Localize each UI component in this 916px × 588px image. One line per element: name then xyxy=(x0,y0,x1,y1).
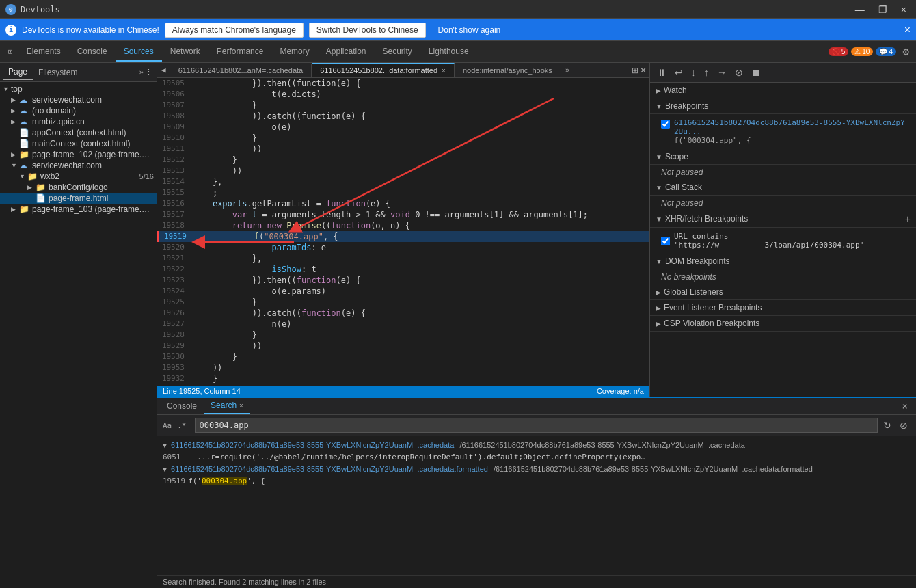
close-button[interactable]: × xyxy=(897,3,911,16)
tab-network[interactable]: Network xyxy=(162,42,208,62)
editor-tab-1[interactable]: 61166152451b802...anM=.cachedata xyxy=(170,64,312,77)
case-sensitive-option[interactable]: Aa xyxy=(163,421,172,430)
code-line: 19514 }, xyxy=(157,176,649,187)
csp-violation-header[interactable]: ▶ CSP Violation Breakpoints xyxy=(650,316,916,332)
xhr-add-button[interactable]: + xyxy=(905,213,911,224)
tab-filesystem[interactable]: Filesystem xyxy=(33,65,83,80)
global-listeners-header[interactable]: ▶ Global Listeners xyxy=(650,284,916,300)
xhr-section-header[interactable]: ▼ XHR/fetch Breakpoints + xyxy=(650,211,916,228)
tree-item-maincontext[interactable]: ▶ 📄 mainContext (context.html) xyxy=(0,138,157,149)
expand-arrow: ▼ xyxy=(3,85,11,92)
search-input[interactable] xyxy=(195,418,878,433)
breakpoints-label: Breakpoints xyxy=(665,101,708,111)
pause-button[interactable]: ⏸ xyxy=(654,66,669,79)
code-line: 19953 )) xyxy=(157,362,649,373)
editor-close-button[interactable]: ✕ xyxy=(640,66,647,75)
step-over-button[interactable]: ↩ xyxy=(672,66,686,79)
tree-item-wxb2[interactable]: ▼ 📁 wxb2 5/16 xyxy=(0,171,157,182)
tab-application[interactable]: Application xyxy=(318,42,375,62)
tab-sources[interactable]: Sources xyxy=(116,42,162,62)
tree-item-pageframe102[interactable]: ▶ 📁 page-frame_102 (page-frame.ht… xyxy=(0,149,157,160)
bottom-panel-close[interactable]: × xyxy=(897,399,913,413)
search-tab-close[interactable]: × xyxy=(239,402,243,410)
step-into-button[interactable]: ↓ xyxy=(688,66,699,79)
search-result-line-1[interactable]: 6051 ...r=require('../@babel/runtime/hel… xyxy=(157,451,916,463)
tab-memory[interactable]: Memory xyxy=(271,42,317,62)
tab-elements[interactable]: Elements xyxy=(18,42,69,62)
callstack-not-paused: Not paused xyxy=(650,196,916,211)
code-line: 19528 } xyxy=(157,330,649,340)
tree-item-bankconfig[interactable]: ▶ 📁 bankConfig/logo xyxy=(0,182,157,193)
code-line: 19509 o(e) xyxy=(157,122,649,133)
code-line: 19516 exports.getParamList = function(e)… xyxy=(157,198,649,209)
tree-item-top[interactable]: ▼ top xyxy=(0,83,157,94)
tab-lighthouse[interactable]: Lighthouse xyxy=(420,42,477,62)
file-tree: ▼ top ▶ ☁ servicewechat.com ▶ ☁ (no doma… xyxy=(0,82,157,588)
maximize-button[interactable]: ❐ xyxy=(874,3,891,16)
dont-show-again-button[interactable]: Don't show again xyxy=(431,23,508,37)
tree-item-servicewechat2[interactable]: ▼ ☁ servicewechat.com xyxy=(0,160,157,171)
code-line: 19515 ; xyxy=(157,187,649,198)
tree-item-nodomain[interactable]: ▶ ☁ (no domain) xyxy=(0,105,157,116)
minimize-button[interactable]: — xyxy=(851,3,869,16)
code-line: 19524 o(e.params) xyxy=(157,286,649,297)
step-button[interactable]: → xyxy=(714,66,729,79)
breakpoints-section-header[interactable]: ▼ Breakpoints xyxy=(650,98,916,114)
line-column-status: Line 19525, Column 14 xyxy=(163,387,241,395)
watch-arrow: ▶ xyxy=(656,87,661,94)
always-match-language-button[interactable]: Always match Chrome's language xyxy=(165,23,304,38)
window-title: Devtools xyxy=(21,5,60,14)
tab-page[interactable]: Page xyxy=(3,64,33,80)
editor-nav-back[interactable]: ◀ xyxy=(157,63,170,77)
tab-search[interactable]: Search × xyxy=(204,398,250,414)
inspect-icon[interactable]: ⊡ xyxy=(3,44,18,59)
tree-item-servicewechat1[interactable]: ▶ ☁ servicewechat.com xyxy=(0,94,157,105)
scope-section-header[interactable]: ▼ Scope xyxy=(650,149,916,165)
refresh-search-button[interactable]: ↻ xyxy=(880,418,894,432)
tab-security[interactable]: Security xyxy=(375,42,420,62)
code-line: 19511 )) xyxy=(157,144,649,155)
editor-tabs-more[interactable]: » xyxy=(561,63,574,77)
editor-tab-2[interactable]: 61166152451b802...data:formatted × xyxy=(312,63,455,77)
clear-search-button[interactable]: ⊘ xyxy=(897,418,911,432)
tree-item-pageframe-html[interactable]: ▶ 📄 page-frame.html xyxy=(0,193,157,204)
expand-arrow: ▶ xyxy=(11,107,19,114)
search-result-line-2[interactable]: 19519 f('000304.app', { xyxy=(157,475,916,487)
dont-pause-button[interactable]: ⏹ xyxy=(749,66,764,79)
settings-button[interactable]: ⚙ xyxy=(899,44,913,60)
code-area[interactable]: 19505 }).then((function(e) { 19506 t(e.d… xyxy=(157,78,649,386)
code-line: 19523 }).then((function(e) { xyxy=(157,275,649,286)
watch-section-header[interactable]: ▶ Watch xyxy=(650,83,916,98)
info-bar-close-button[interactable]: × xyxy=(904,24,911,36)
folder-icon: 📁 xyxy=(19,150,30,159)
dom-arrow: ▼ xyxy=(656,258,662,265)
event-listener-header[interactable]: ▶ Event Listener Breakpoints xyxy=(650,300,916,316)
callstack-section-header[interactable]: ▼ Call Stack xyxy=(650,180,916,196)
breakpoints-arrow: ▼ xyxy=(656,103,662,110)
xhr-checkbox[interactable] xyxy=(661,237,670,245)
regex-option[interactable]: .* xyxy=(177,421,186,430)
tree-item-mmbiz[interactable]: ▶ ☁ mmbiz.qpic.cn xyxy=(0,116,157,127)
close-tab-button[interactable]: × xyxy=(442,67,446,75)
search-result-group-2[interactable]: ▼ 61166152451b802704dc88b761a89e53-8555-… xyxy=(157,463,916,475)
tab-console-bottom[interactable]: Console xyxy=(160,399,204,414)
tab-performance[interactable]: Performance xyxy=(208,42,272,62)
tree-item-pageframe103[interactable]: ▶ 📁 page-frame_103 (page-frame.ht… xyxy=(0,204,157,215)
dom-breakpoints-header[interactable]: ▼ DOM Breakpoints xyxy=(650,254,916,269)
deactivate-button[interactable]: ⊘ xyxy=(732,66,746,79)
tree-item-appcontext[interactable]: ▶ 📄 appContext (context.html) xyxy=(0,127,157,138)
breakpoint-checkbox[interactable] xyxy=(661,120,670,129)
more-tabs-button[interactable]: » xyxy=(139,68,144,77)
panel-menu-button[interactable]: ⋮ xyxy=(144,66,154,78)
search-result-group-1[interactable]: ▼ 61166152451b802704dc88b761a89e53-8555-… xyxy=(157,439,916,451)
editor-split-button[interactable]: ⊞ xyxy=(632,66,638,75)
search-match: 000304.app xyxy=(202,477,247,485)
xhr-content: URL contains "https://w 3/loan/api/00030… xyxy=(650,228,916,254)
search-footer: Search finished. Found 2 matching lines … xyxy=(157,575,916,588)
xhr-item: URL contains "https://w 3/loan/api/00030… xyxy=(661,230,905,251)
warning-badge: ⚠ 10 xyxy=(851,47,873,56)
editor-tab-3[interactable]: node:internal/async_hooks xyxy=(455,64,561,77)
tab-console[interactable]: Console xyxy=(69,42,116,62)
switch-devtools-button[interactable]: Switch DevTools to Chinese xyxy=(309,23,426,38)
step-out-button[interactable]: ↑ xyxy=(701,66,712,79)
